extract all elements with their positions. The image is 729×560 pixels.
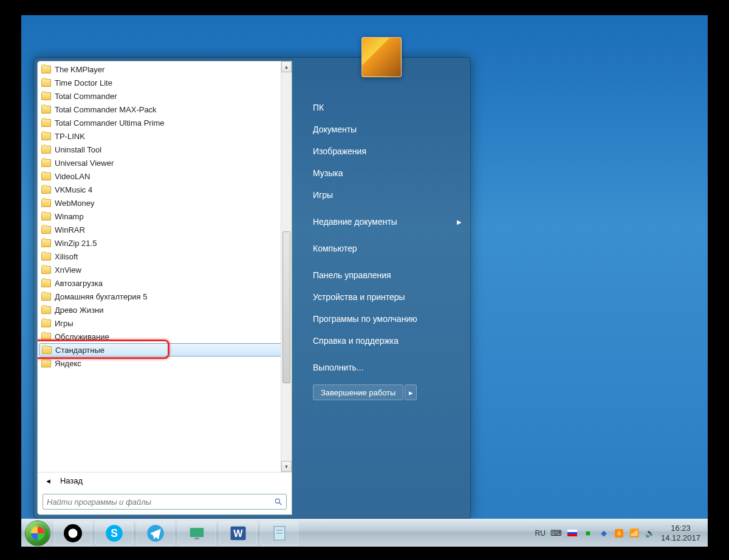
- start-right-item[interactable]: Программы по умолчанию: [304, 308, 470, 330]
- shutdown-button[interactable]: Завершение работы: [313, 384, 403, 400]
- volume-icon[interactable]: 🔊: [645, 528, 655, 538]
- back-label: Назад: [60, 476, 83, 485]
- clock[interactable]: 16:23 14.12.2017: [661, 524, 700, 542]
- scrollbar[interactable]: ▲ ▼: [281, 61, 292, 472]
- program-folder-item[interactable]: Автозагрузка: [39, 276, 290, 290]
- back-button[interactable]: ◄ Назад: [38, 472, 292, 489]
- tray-app-icon-3[interactable]: a: [615, 529, 623, 538]
- start-right-item[interactable]: Недавние документы▶: [304, 211, 470, 233]
- keyboard-icon[interactable]: ⌨: [552, 528, 561, 538]
- program-label: Winamp: [55, 212, 84, 221]
- program-folder-item[interactable]: Time Doctor Lite: [39, 76, 290, 89]
- folder-icon: [41, 360, 51, 367]
- folder-icon: [41, 106, 51, 114]
- scroll-thumb[interactable]: [282, 231, 290, 383]
- start-right-item[interactable]: Документы: [304, 118, 470, 140]
- clock-date: 14.12.2017: [661, 533, 700, 543]
- folder-icon: [41, 279, 51, 287]
- taskbar-app-monitor[interactable]: [178, 521, 216, 545]
- scroll-up-button[interactable]: ▲: [281, 61, 292, 72]
- folder-icon: [41, 319, 51, 327]
- start-right-item[interactable]: Игры: [304, 184, 470, 206]
- tray-app-icon-1[interactable]: ■: [583, 528, 593, 538]
- user-avatar[interactable]: [361, 37, 402, 77]
- scroll-down-button[interactable]: ▼: [281, 461, 292, 472]
- svg-text:W: W: [233, 528, 243, 539]
- clock-time: 16:23: [661, 524, 700, 533]
- program-folder-item[interactable]: Домашняя бухгалтерия 5: [39, 290, 290, 303]
- start-right-item[interactable]: Панель управления: [304, 264, 470, 286]
- start-right-item[interactable]: Справка и поддержка: [304, 330, 470, 352]
- program-folder-item[interactable]: Total Commander MAX-Pack: [39, 103, 290, 116]
- program-folder-item[interactable]: The KMPlayer: [39, 63, 290, 76]
- program-folder-item[interactable]: Стандартные: [39, 343, 290, 357]
- program-label: WinRAR: [55, 225, 85, 234]
- all-programs-list[interactable]: The KMPlayerTime Doctor LiteTotal Comman…: [38, 61, 292, 472]
- taskbar-app-skype[interactable]: S: [95, 521, 133, 545]
- program-folder-item[interactable]: TP-LINK: [39, 129, 290, 143]
- program-folder-item[interactable]: Total Commander Ultima Prime: [39, 116, 290, 129]
- submenu-arrow-icon: ▶: [457, 219, 462, 225]
- start-right-item[interactable]: Музыка: [304, 162, 470, 184]
- program-label: Стандартные: [55, 346, 104, 355]
- program-folder-item[interactable]: Winamp: [39, 210, 290, 223]
- start-right-item[interactable]: Компьютер: [304, 237, 470, 259]
- program-label: Total Commander: [55, 92, 117, 101]
- start-right-item[interactable]: Изображения: [304, 140, 470, 162]
- search-row: [38, 489, 292, 514]
- program-folder-item[interactable]: WinRAR: [39, 223, 290, 236]
- program-folder-item[interactable]: WinZip 21.5: [39, 236, 290, 250]
- program-folder-item[interactable]: VideoLAN: [39, 169, 290, 183]
- start-right-label: Справка и поддержка: [313, 336, 399, 346]
- taskbar-app-telegram[interactable]: [137, 521, 174, 545]
- start-right-label: Изображения: [313, 146, 366, 156]
- program-label: VideoLAN: [55, 172, 90, 181]
- folder-icon: [41, 186, 51, 194]
- program-folder-item[interactable]: Игры: [39, 316, 290, 330]
- program-folder-item[interactable]: Обслуживание: [39, 330, 290, 343]
- network-icon[interactable]: 📶: [629, 528, 639, 538]
- program-folder-item[interactable]: Xilisoft: [39, 250, 290, 263]
- program-label: Игры: [55, 319, 74, 328]
- program-label: XnView: [55, 265, 81, 275]
- start-right-item[interactable]: ПК: [304, 97, 470, 118]
- separator: [304, 206, 470, 211]
- tray-flag-icon[interactable]: [567, 530, 577, 536]
- program-label: Uninstall Tool: [55, 145, 101, 154]
- search-input[interactable]: [47, 497, 274, 507]
- program-folder-item[interactable]: XnView: [39, 263, 290, 276]
- taskbar-app-panda[interactable]: [54, 521, 92, 545]
- start-right-label: Документы: [313, 125, 357, 134]
- start-right-item[interactable]: Устройства и принтеры: [304, 286, 470, 308]
- folder-icon: [41, 199, 51, 207]
- folder-icon: [41, 132, 51, 140]
- program-folder-item[interactable]: WebMoney: [39, 196, 290, 210]
- taskbar: S W RU ⌨ ■ ◆ a 📶 🔊 16:23 14.12.2017: [21, 519, 708, 547]
- program-folder-item[interactable]: Uninstall Tool: [39, 143, 290, 156]
- start-right-label: Компьютер: [313, 244, 357, 253]
- program-label: TP-LINK: [55, 132, 85, 141]
- tray-app-icon-2[interactable]: ◆: [599, 528, 609, 538]
- program-folder-item[interactable]: Universal Viewer: [39, 156, 290, 169]
- start-right-item[interactable]: Выполнить...: [304, 357, 470, 378]
- taskbar-app-word[interactable]: W: [219, 521, 257, 545]
- program-label: Total Commander Ultima Prime: [55, 118, 165, 128]
- start-menu-right-panel: ПКДокументыИзображенияМузыкаИгрыНедавние…: [292, 58, 470, 518]
- program-label: Total Commander MAX-Pack: [55, 105, 157, 114]
- tray-language[interactable]: RU: [535, 529, 546, 538]
- program-folder-item[interactable]: VKMusic 4: [39, 183, 290, 196]
- shutdown-options-button[interactable]: ▸: [405, 384, 417, 400]
- start-button[interactable]: [25, 521, 50, 546]
- folder-icon: [41, 253, 51, 261]
- search-box[interactable]: [43, 494, 287, 510]
- taskbar-app-notepad[interactable]: [261, 521, 298, 545]
- separator: [304, 233, 470, 237]
- svg-rect-5: [190, 528, 204, 537]
- start-right-label: Музыка: [313, 168, 343, 178]
- program-folder-item[interactable]: Total Commander: [39, 89, 290, 103]
- program-folder-item[interactable]: Яндекс: [39, 357, 290, 370]
- folder-icon: [42, 346, 52, 354]
- folder-icon: [41, 213, 51, 220]
- desktop[interactable]: The KMPlayerTime Doctor LiteTotal Comman…: [21, 15, 708, 547]
- program-folder-item[interactable]: Древо Жизни: [39, 303, 290, 316]
